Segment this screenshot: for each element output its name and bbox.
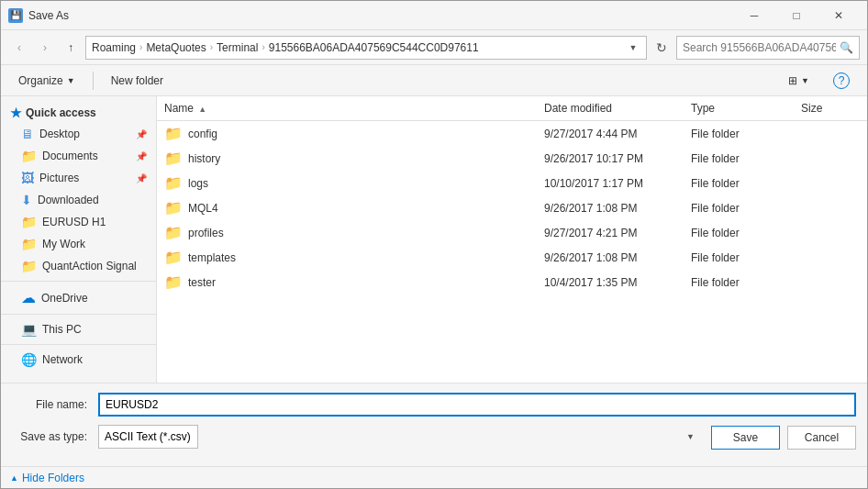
file-date-config: 9/27/2017 4:44 PM <box>537 123 684 144</box>
downloaded-icon: ⬇ <box>21 193 32 207</box>
filetype-row: Save as type: ASCII Text (*.csv) ▼ Save … <box>12 424 856 450</box>
file-type-history: File folder <box>684 148 794 169</box>
table-row[interactable]: 📁 profiles 9/27/2017 4:21 PM File folder <box>157 220 867 245</box>
toolbar-separator <box>93 72 94 90</box>
address-path[interactable]: Roaming › MetaQuotes › Terminal › 915566… <box>85 36 647 60</box>
sidebar-item-pictures[interactable]: 🖼 Pictures 📌 <box>1 167 156 189</box>
sidebar-item-network[interactable]: 🌐 Network <box>1 349 156 371</box>
hide-folders-button[interactable]: ▲ Hide Folders <box>10 472 84 484</box>
file-size-history <box>794 148 867 169</box>
onedrive-icon: ☁ <box>21 289 36 306</box>
close-button[interactable]: ✕ <box>818 1 860 30</box>
sidebar-item-thispc[interactable]: 💻 This PC <box>1 318 156 340</box>
window-icon: 💾 <box>8 8 23 23</box>
title-bar: 💾 Save As ─ □ ✕ <box>1 1 867 30</box>
pictures-icon: 🖼 <box>21 171 34 185</box>
file-type-logs: File folder <box>684 172 794 194</box>
file-size-tester <box>794 272 867 293</box>
desktop-icon: 🖥 <box>21 127 34 141</box>
file-list-header: Name ▲ Date modified Type Size <box>157 96 867 121</box>
col-header-date[interactable]: Date modified <box>537 100 684 117</box>
file-name-logs: 📁 logs <box>157 172 537 194</box>
sort-arrow-icon: ▲ <box>198 105 206 114</box>
path-dropdown-button[interactable]: ▼ <box>626 37 640 59</box>
back-button[interactable]: ‹ <box>8 37 30 59</box>
up-button[interactable]: ↑ <box>60 37 82 59</box>
sidebar-item-downloaded[interactable]: ⬇ Downloaded <box>1 189 156 211</box>
col-header-type[interactable]: Type <box>684 100 794 117</box>
toolbar: Organize ▼ New folder ⊞ ▼ ? <box>1 65 867 96</box>
file-size-profiles <box>794 222 867 243</box>
file-list-area: Name ▲ Date modified Type Size 📁 config <box>157 96 867 383</box>
table-row[interactable]: 📁 MQL4 9/26/2017 1:08 PM File folder <box>157 195 867 220</box>
path-segment-metaquotes: MetaQuotes <box>146 41 206 54</box>
file-name-profiles: 📁 profiles <box>157 222 537 243</box>
toolbar-right: ⊞ ▼ ? <box>778 69 860 93</box>
help-button[interactable]: ? <box>823 69 860 93</box>
search-input[interactable] <box>683 41 836 54</box>
quantaction-folder-icon: 📁 <box>21 259 37 273</box>
footer: ▲ Hide Folders <box>1 466 867 488</box>
new-folder-button[interactable]: New folder <box>101 69 173 93</box>
bottom-area: File name: Save as type: ASCII Text (*.c… <box>1 383 867 466</box>
table-row[interactable]: 📁 tester 10/4/2017 1:35 PM File folder <box>157 270 867 295</box>
organize-button[interactable]: Organize ▼ <box>8 69 85 93</box>
maximize-button[interactable]: □ <box>775 1 818 30</box>
file-size-config <box>794 123 867 144</box>
file-name-tester: 📁 tester <box>157 272 537 293</box>
folder-icon: 📁 <box>164 174 183 192</box>
path-segment-terminal: Terminal <box>217 41 258 54</box>
file-size-logs <box>794 172 867 194</box>
view-button[interactable]: ⊞ ▼ <box>778 69 819 93</box>
folder-icon: 📁 <box>164 224 183 241</box>
filetype-label: Save as type: <box>12 430 95 443</box>
sidebar-item-quantaction[interactable]: 📁 QuantAction Signal <box>1 255 156 277</box>
folder-icon: 📁 <box>164 199 183 217</box>
filename-row: File name: <box>12 393 856 417</box>
sidebar-item-onedrive[interactable]: ☁ OneDrive <box>1 285 156 310</box>
file-name-history: 📁 history <box>157 148 537 169</box>
organize-chevron-icon: ▼ <box>67 76 75 85</box>
sidebar-item-mywork[interactable]: 📁 My Work <box>1 233 156 255</box>
sidebar-item-documents[interactable]: 📁 Documents 📌 <box>1 145 156 167</box>
filename-input[interactable] <box>98 393 856 417</box>
cancel-button[interactable]: Cancel <box>787 426 856 450</box>
file-date-mql4: 9/26/2017 1:08 PM <box>537 197 684 218</box>
col-header-name[interactable]: Name ▲ <box>157 100 537 117</box>
address-bar: ‹ › ↑ Roaming › MetaQuotes › Terminal › … <box>1 30 867 65</box>
sidebar-divider-2 <box>1 314 156 315</box>
pin-icon-pics: 📌 <box>136 173 147 183</box>
thispc-icon: 💻 <box>21 322 37 337</box>
network-icon: 🌐 <box>21 352 37 367</box>
main-content: ★ Quick access 🖥 Desktop 📌 📁 Documents 📌… <box>1 96 867 383</box>
filetype-select-wrapper: ASCII Text (*.csv) ▼ <box>98 425 700 449</box>
minimize-button[interactable]: ─ <box>733 1 775 30</box>
folder-icon: 📁 <box>164 249 183 266</box>
select-arrow-icon: ▼ <box>686 432 695 441</box>
file-name-templates: 📁 templates <box>157 247 537 268</box>
star-icon: ★ <box>10 106 22 120</box>
file-date-templates: 9/26/2017 1:08 PM <box>537 247 684 268</box>
table-row[interactable]: 📁 history 9/26/2017 10:17 PM File folder <box>157 146 867 171</box>
documents-icon: 📁 <box>21 149 37 163</box>
sidebar-item-eurusd[interactable]: 📁 EURUSD H1 <box>1 211 156 233</box>
quick-access-header[interactable]: ★ Quick access <box>1 100 156 123</box>
filename-label: File name: <box>12 398 95 411</box>
file-date-profiles: 9/27/2017 4:21 PM <box>537 222 684 243</box>
pin-icon-docs: 📌 <box>136 151 147 161</box>
folder-icon: 📁 <box>164 273 183 291</box>
refresh-button[interactable]: ↻ <box>651 37 673 59</box>
table-row[interactable]: 📁 logs 10/10/2017 1:17 PM File folder <box>157 171 867 195</box>
table-row[interactable]: 📁 config 9/27/2017 4:44 PM File folder <box>157 121 867 146</box>
filetype-select[interactable]: ASCII Text (*.csv) <box>98 425 198 449</box>
sidebar: ★ Quick access 🖥 Desktop 📌 📁 Documents 📌… <box>1 96 157 383</box>
sidebar-item-desktop[interactable]: 🖥 Desktop 📌 <box>1 123 156 145</box>
help-icon: ? <box>833 72 850 89</box>
save-as-dialog: 💾 Save As ─ □ ✕ ‹ › ↑ Roaming › MetaQuot… <box>0 0 868 489</box>
forward-button[interactable]: › <box>34 37 56 59</box>
table-row[interactable]: 📁 templates 9/26/2017 1:08 PM File folde… <box>157 245 867 270</box>
save-button[interactable]: Save <box>711 426 780 450</box>
col-header-size[interactable]: Size <box>794 100 867 117</box>
file-name-mql4: 📁 MQL4 <box>157 197 537 218</box>
pin-icon: 📌 <box>136 129 147 139</box>
